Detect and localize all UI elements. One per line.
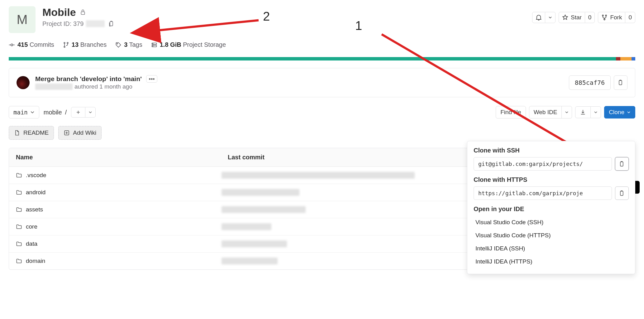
download-group <box>575 106 601 118</box>
notification-dropdown[interactable] <box>545 12 556 23</box>
quick-setup-actions: README Add Wiki <box>9 126 635 140</box>
commits-stat[interactable]: 415 Commits <box>9 41 54 48</box>
tags-stat[interactable]: 3 Tags <box>115 41 142 48</box>
svg-point-3 <box>606 15 607 16</box>
commit-title[interactable]: Merge branch 'develop' into 'main' <box>35 75 142 83</box>
folder-icon <box>16 224 22 230</box>
repo-toolbar: main mobile / Find file Web IDE <box>9 106 635 118</box>
svg-rect-16 <box>620 162 623 166</box>
branches-label: Branches <box>80 41 107 48</box>
star-count[interactable]: 0 <box>585 12 595 23</box>
annotation-one: 1 <box>355 19 362 33</box>
add-wiki-button[interactable]: Add Wiki <box>58 126 102 140</box>
project-id-redacted <box>86 20 105 27</box>
svg-point-2 <box>603 15 604 16</box>
svg-point-12 <box>153 43 153 44</box>
notification-button-group <box>532 12 556 23</box>
ide-option[interactable]: IntelliJ IDEA (SSH) <box>474 242 629 255</box>
commits-count: 415 <box>17 41 28 48</box>
copy-https-button[interactable] <box>615 186 629 200</box>
commit-author-avatar[interactable] <box>17 76 30 89</box>
web-ide-dropdown[interactable] <box>561 106 572 118</box>
fork-count[interactable]: 0 <box>625 12 635 23</box>
file-name[interactable]: core <box>26 223 37 230</box>
ide-option[interactable]: IntelliJ IDEA (HTTPS) <box>474 255 629 268</box>
branches-stat[interactable]: 13 Branches <box>63 41 107 48</box>
clone-https-title: Clone with HTTPS <box>474 176 629 183</box>
project-id-label: Project ID: 379 <box>42 20 83 27</box>
readme-label: README <box>23 129 49 136</box>
add-dropdown[interactable] <box>85 107 96 118</box>
download-dropdown[interactable] <box>590 106 601 118</box>
commit-authored-text: authored 1 month ago <box>74 83 132 90</box>
file-name[interactable]: assets <box>26 206 43 213</box>
branches-count: 13 <box>72 41 79 48</box>
file-name[interactable]: domain <box>26 258 45 264</box>
svg-point-8 <box>64 46 65 47</box>
breadcrumb-root[interactable]: mobile <box>44 109 62 116</box>
commits-label: Commits <box>30 41 54 48</box>
svg-point-9 <box>117 43 118 44</box>
header-actions: Star 0 Fork 0 <box>532 6 635 23</box>
open-in-ide-title: Open in your IDE <box>474 205 629 213</box>
svg-point-4 <box>604 19 605 20</box>
branch-selector[interactable]: main <box>9 106 39 118</box>
add-button-group <box>71 107 96 118</box>
commit-message-redacted <box>222 172 415 179</box>
svg-rect-1 <box>110 22 113 26</box>
folder-icon <box>16 258 22 264</box>
annotation-two: 2 <box>263 9 270 23</box>
folder-icon <box>16 172 22 178</box>
commit-message-redacted <box>222 258 278 264</box>
add-wiki-label: Add Wiki <box>73 129 96 136</box>
notification-button[interactable] <box>532 12 545 23</box>
svg-rect-17 <box>620 191 623 196</box>
breadcrumb: mobile / <box>44 109 67 116</box>
clone-https-input[interactable]: https://gitlab.com/garpix/proje <box>474 186 612 200</box>
project-avatar: M <box>9 6 36 33</box>
star-button[interactable]: Star <box>559 12 585 23</box>
clone-dropdown: Clone with SSH git@gitlab.com:garpix/pro… <box>467 141 635 274</box>
copy-ssh-button[interactable] <box>615 157 629 171</box>
add-button[interactable] <box>71 107 85 118</box>
ide-option[interactable]: Visual Studio Code (SSH) <box>474 216 629 229</box>
storage-size: 1.8 GiB <box>160 41 181 48</box>
branch-name: main <box>13 109 28 116</box>
commit-sha[interactable]: 885caf76 <box>569 75 611 90</box>
clone-ssh-title: Clone with SSH <box>474 147 629 154</box>
clone-label: Clone <box>609 109 624 116</box>
clone-button[interactable]: Clone <box>604 106 635 118</box>
folder-icon <box>16 241 22 247</box>
last-commit-card: Merge branch 'develop' into 'main' ••• a… <box>9 68 635 97</box>
lock-icon <box>80 9 86 15</box>
commit-more-button[interactable]: ••• <box>146 75 157 83</box>
file-name[interactable]: data <box>26 240 37 247</box>
web-ide-button[interactable]: Web IDE <box>529 106 562 118</box>
commit-message-redacted <box>222 189 299 196</box>
fork-button-group: Fork 0 <box>598 12 635 23</box>
svg-point-6 <box>64 42 65 43</box>
file-name[interactable]: android <box>26 189 45 196</box>
ide-option[interactable]: Visual Studio Code (HTTPS) <box>474 229 629 242</box>
readme-button[interactable]: README <box>9 126 54 140</box>
tags-label: Tags <box>129 41 142 48</box>
svg-point-7 <box>67 42 68 43</box>
commit-message-redacted <box>222 240 287 247</box>
project-header: M Mobile Project ID: 379 <box>9 6 635 33</box>
project-avatar-letter: M <box>17 12 28 27</box>
download-button[interactable] <box>575 106 591 118</box>
copy-commit-sha-button[interactable] <box>614 75 627 90</box>
svg-point-5 <box>11 44 13 46</box>
clone-ssh-input[interactable]: git@gitlab.com:garpix/projects/ <box>474 157 612 171</box>
fork-label: Fork <box>610 14 622 21</box>
copy-project-id-button[interactable] <box>107 19 116 28</box>
file-name[interactable]: .vscode <box>26 172 46 179</box>
storage-stat[interactable]: 1.8 GiB Project Storage <box>151 41 226 48</box>
tags-count: 3 <box>124 41 127 48</box>
th-name: Name <box>9 148 221 167</box>
language-bar <box>9 57 635 60</box>
fork-button[interactable]: Fork <box>598 12 625 23</box>
find-file-button[interactable]: Find file <box>496 106 526 118</box>
folder-icon <box>16 189 22 196</box>
storage-label: Project Storage <box>183 41 226 48</box>
